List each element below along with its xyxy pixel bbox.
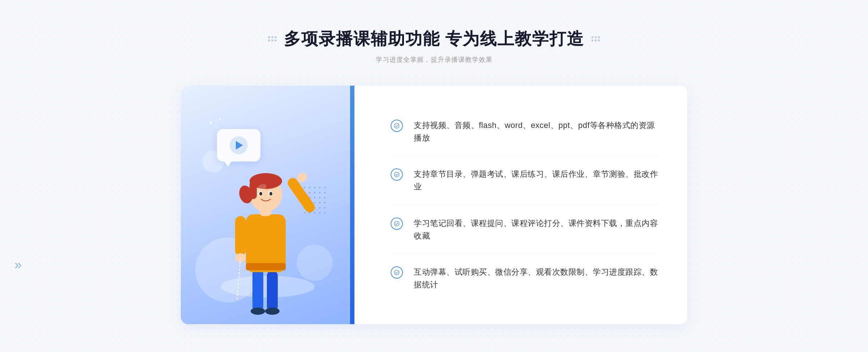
feature-text-2: 支持章节目录、弹题考试、课后练习、课后作业、章节测验、批改作业 xyxy=(414,168,658,193)
feature-text-4: 互动弹幕、试听购买、微信分享、观看次数限制、学习进度跟踪、数据统计 xyxy=(414,266,658,291)
check-icon-3 xyxy=(391,218,403,230)
check-icon-2 xyxy=(391,168,403,181)
svg-rect-1 xyxy=(252,269,263,312)
svg-point-24 xyxy=(394,221,399,226)
dot-grid-left xyxy=(268,36,277,42)
checkmark-svg-3 xyxy=(394,221,400,227)
svg-rect-6 xyxy=(246,263,286,270)
svg-rect-2 xyxy=(267,270,278,312)
main-title: 多项录播课辅助功能 专为线上教学打造 xyxy=(284,28,584,50)
svg-point-20 xyxy=(269,192,272,196)
right-dot-decoration xyxy=(591,36,600,42)
left-dot-decoration xyxy=(268,36,277,42)
features-panel: 支持视频、音频、flash、word、excel、ppt、pdf等各种格式的资源… xyxy=(354,86,687,325)
svg-point-22 xyxy=(394,123,399,128)
left-chevron-decoration: » xyxy=(14,257,22,272)
svg-point-23 xyxy=(394,172,399,177)
header-section: 多项录播课辅助功能 专为线上教学打造 学习进度全掌握，提升录播课教学效果 xyxy=(268,28,600,64)
main-content-box: 支持视频、音频、flash、word、excel、ppt、pdf等各种格式的资源… xyxy=(181,86,687,325)
feature-text-1: 支持视频、音频、flash、word、excel、ppt、pdf等各种格式的资源… xyxy=(414,119,658,144)
check-icon-1 xyxy=(391,120,403,132)
person-illustration xyxy=(210,135,326,324)
feature-text-3: 学习笔记回看、课程提问、课程评论打分、课件资料下载，重点内容收藏 xyxy=(414,217,658,242)
feature-item-3: 学习笔记回看、课程提问、课程评论打分、课件资料下载，重点内容收藏 xyxy=(391,205,658,254)
checkmark-svg-1 xyxy=(394,123,400,129)
feature-item-4: 互动弹幕、试听购买、微信分享、观看次数限制、学习进度跟踪、数据统计 xyxy=(391,254,658,302)
svg-point-3 xyxy=(251,308,265,315)
subtitle: 学习进度全掌握，提升录播课教学效果 xyxy=(268,55,600,64)
svg-point-4 xyxy=(265,308,280,315)
svg-rect-7 xyxy=(235,216,246,256)
svg-point-18 xyxy=(259,192,262,196)
chevron-icon: » xyxy=(14,257,22,272)
title-row: 多项录播课辅助功能 专为线上教学打造 xyxy=(268,28,600,50)
check-icon-4 xyxy=(391,266,403,279)
checkmark-svg-4 xyxy=(394,270,400,275)
svg-point-25 xyxy=(394,270,399,275)
feature-item-2: 支持章节目录、弹题考试、课后练习、课后作业、章节测验、批改作业 xyxy=(391,156,658,205)
blue-accent-bar xyxy=(350,86,354,325)
content-wrapper: 多项录播课辅助功能 专为线上教学打造 学习进度全掌握，提升录播课教学效果 xyxy=(181,28,687,325)
feature-item-1: 支持视频、音频、flash、word、excel、ppt、pdf等各种格式的资源… xyxy=(391,107,658,156)
dot-grid-right xyxy=(591,36,600,42)
checkmark-svg-2 xyxy=(394,172,400,177)
page-container: » 多项录播课辅助功能 专为线上教学打造 学 xyxy=(0,0,868,352)
illustration-panel xyxy=(181,86,354,325)
